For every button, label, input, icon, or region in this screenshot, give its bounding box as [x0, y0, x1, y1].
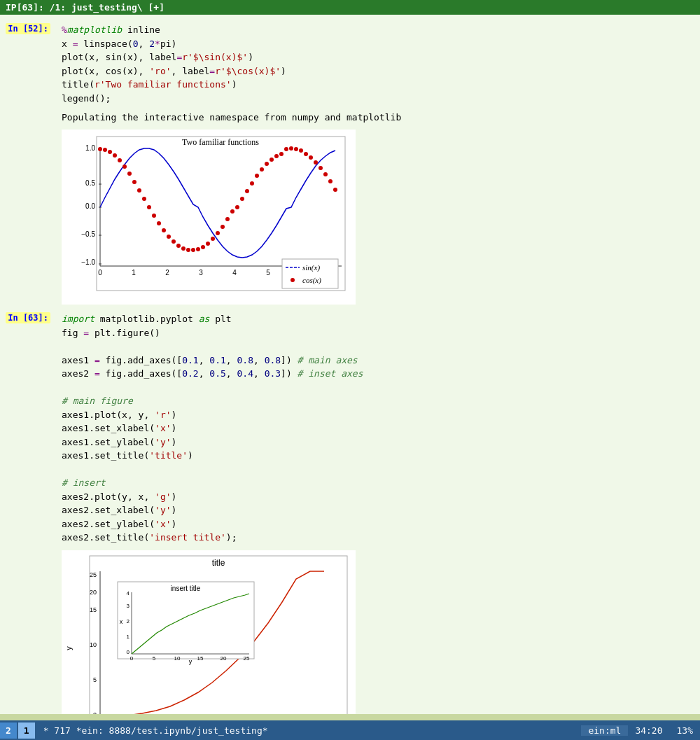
output-prompt	[0, 108, 56, 127]
svg-point-59	[323, 172, 328, 176]
svg-point-45	[255, 174, 259, 178]
cell-code-52[interactable]: %matplotlib inline x = linspace(0, 2*pi)…	[56, 20, 700, 108]
svg-text:25: 25	[244, 655, 250, 662]
code-text-63: import matplotlib.pyplot as plt fig = pl…	[62, 312, 694, 545]
statusbar: 2 1 * 717 *ein: 8888/test.ipynb/just_tes…	[0, 720, 700, 740]
inset-title: insert title	[171, 585, 201, 592]
cos-dot	[98, 147, 102, 151]
y-tick-1: 1.0	[85, 144, 95, 152]
svg-text:20: 20	[90, 589, 97, 596]
cell-code-63[interactable]: import matplotlib.pyplot as plt fig = pl…	[56, 309, 700, 547]
cell-num-2: 1	[24, 725, 29, 736]
svg-text:4: 4	[127, 590, 130, 596]
svg-point-47	[265, 162, 269, 166]
status-mode: ein:ml	[581, 725, 628, 736]
svg-point-51	[284, 147, 288, 151]
status-cell-1[interactable]: 1	[18, 722, 35, 739]
chart2-svg: title y x 0 5 10 15 20 25 0 1 2 3	[62, 550, 356, 715]
svg-point-33	[196, 247, 200, 251]
svg-point-18	[122, 165, 127, 169]
svg-point-39	[225, 217, 230, 221]
cell-in-52: In [52]: %matplotlib inline x = linspace…	[0, 20, 700, 108]
svg-point-24	[152, 214, 156, 218]
svg-text:0: 0	[93, 711, 97, 715]
svg-text:2: 2	[165, 269, 169, 277]
svg-text:10: 10	[90, 641, 97, 648]
svg-text:15: 15	[197, 655, 204, 662]
cell-output-text: Populating the interactive namespace fro…	[0, 108, 700, 127]
cell-chart2: title y x 0 5 10 15 20 25 0 1 2 3	[0, 547, 700, 715]
svg-point-46	[260, 167, 264, 172]
y-tick-n1: −1.0	[81, 258, 95, 266]
svg-text:20: 20	[220, 655, 227, 662]
svg-point-50	[279, 152, 284, 156]
svg-point-34	[201, 245, 205, 249]
svg-point-58	[318, 166, 323, 170]
output-text-content: Populating the interactive namespace fro…	[56, 108, 700, 127]
chart2-main-title: title	[212, 558, 225, 568]
svg-point-57	[314, 160, 318, 165]
svg-point-42	[240, 197, 244, 201]
svg-point-16	[113, 153, 117, 158]
svg-point-56	[309, 155, 313, 160]
svg-text:5: 5	[266, 269, 270, 277]
status-cell-2[interactable]: 2	[0, 722, 17, 739]
svg-point-41	[235, 205, 239, 209]
svg-point-28	[172, 239, 176, 244]
svg-point-30	[181, 246, 186, 251]
chart2-prompt	[0, 547, 56, 715]
namespace-output: Populating the interactive namespace fro…	[62, 111, 694, 124]
status-position: 34:20	[628, 725, 669, 736]
svg-text:5: 5	[153, 655, 156, 662]
svg-point-44	[250, 181, 254, 186]
svg-point-15	[108, 150, 112, 154]
svg-text:0: 0	[127, 649, 130, 655]
svg-point-43	[245, 189, 249, 193]
svg-text:3: 3	[127, 603, 130, 609]
svg-point-36	[211, 237, 215, 241]
svg-point-38	[220, 225, 225, 229]
chart1-prompt	[0, 127, 56, 309]
y-tick-n05: −0.5	[81, 230, 95, 238]
svg-text:5: 5	[93, 676, 97, 683]
code-text-52: %matplotlib inline x = linspace(0, 2*pi)…	[62, 23, 694, 105]
chart1-svg: Two familiar functions 1.0 0.5 0.0 −0.5 …	[62, 130, 356, 305]
svg-text:0: 0	[98, 269, 102, 277]
status-percent: 13%	[670, 725, 700, 736]
svg-point-27	[167, 235, 171, 239]
svg-point-54	[299, 148, 303, 153]
svg-text:25: 25	[90, 571, 97, 578]
title-bar: IP[63]: /1: just_testing\ [+]	[0, 0, 700, 15]
inset-xlabel: y	[189, 658, 192, 665]
svg-point-61	[333, 188, 337, 192]
svg-point-19	[127, 172, 132, 176]
svg-text:1: 1	[132, 269, 136, 277]
status-kernel-info: * 717 *ein: 8888/test.ipynb/just_testing…	[36, 725, 582, 736]
legend-sin-label: sin(x)	[302, 263, 320, 272]
inset-ylabel: x	[120, 618, 123, 625]
svg-text:4: 4	[232, 269, 237, 277]
svg-text:0: 0	[130, 655, 134, 662]
svg-point-48	[270, 158, 274, 162]
chart1-title: Two familiar functions	[182, 137, 259, 147]
svg-point-49	[274, 154, 279, 158]
svg-point-22	[142, 197, 146, 201]
svg-point-52	[289, 146, 293, 151]
svg-text:2: 2	[127, 618, 130, 624]
cell-prompt-52: In [52]:	[0, 20, 56, 108]
svg-point-25	[157, 221, 161, 225]
chart1-content: Two familiar functions 1.0 0.5 0.0 −0.5 …	[56, 127, 700, 309]
svg-point-23	[147, 205, 151, 209]
svg-text:15: 15	[90, 606, 97, 613]
prompt-label-63: In [63]:	[6, 312, 50, 323]
legend-cos-label: cos(x)	[302, 276, 321, 285]
chart2-ylabel: y	[64, 645, 73, 650]
svg-text:1: 1	[127, 634, 130, 640]
svg-point-32	[191, 248, 195, 252]
title-text: IP[63]: /1: just_testing\ [+]	[6, 2, 164, 13]
svg-point-14	[103, 148, 107, 152]
svg-point-55	[304, 152, 308, 156]
svg-point-37	[216, 231, 220, 235]
chart2-content: title y x 0 5 10 15 20 25 0 1 2 3	[56, 547, 700, 715]
svg-point-31	[186, 248, 190, 252]
